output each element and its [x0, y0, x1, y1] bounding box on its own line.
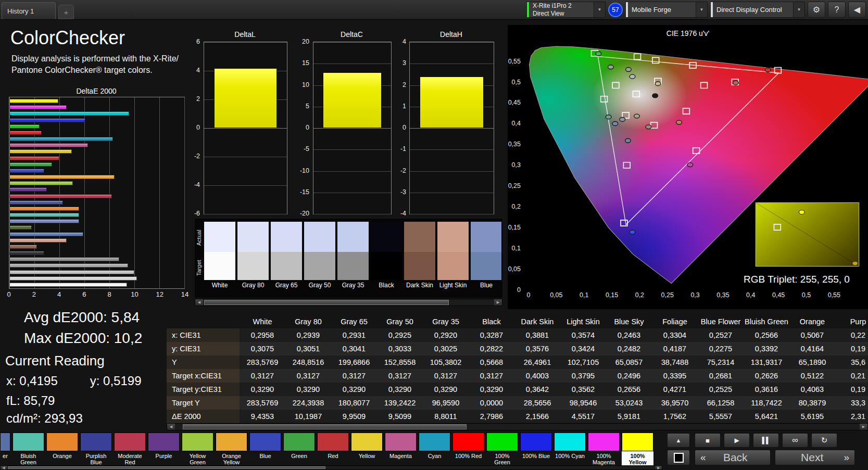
patch-swatch: [554, 433, 586, 451]
deltae-bar-row: [9, 105, 184, 109]
deltae-xtick-label: 10: [131, 290, 138, 298]
delta-gridline: [204, 128, 287, 129]
cie-y-axis: 00,050,10,150,20,250,30,350,40,450,50,55: [489, 0, 524, 312]
display-control-dropdown[interactable]: Direct Display Control ▼: [710, 2, 805, 18]
swatch-actual: [371, 222, 402, 252]
settings-button[interactable]: ⚙: [808, 2, 825, 18]
patch-magenta[interactable]: Magenta: [385, 433, 417, 466]
swatch-gray-80[interactable]: Gray 80: [237, 222, 269, 289]
actual-row-label: Actual: [196, 223, 203, 253]
table-row-label: Target y:CIE31: [167, 383, 240, 396]
play-button[interactable]: ▶: [724, 433, 750, 448]
patch-label: Red: [317, 453, 349, 465]
table-row-label: Y: [167, 355, 240, 369]
chevron-down-icon[interactable]: ▼: [696, 2, 707, 17]
scroll-right-button[interactable]: ▶: [860, 424, 867, 430]
patch-bar-scrollbar[interactable]: ◀ ▶: [0, 465, 662, 470]
delta-gridline: [313, 128, 391, 129]
back-button[interactable]: « Back: [695, 450, 771, 465]
patch-100-blue[interactable]: 100% Blue: [520, 433, 552, 466]
refresh-button[interactable]: ↻: [811, 433, 837, 448]
scroll-left-button[interactable]: ◀: [1, 466, 7, 469]
display-control-label: Direct Display Control: [713, 6, 786, 14]
scroll-up-button[interactable]: ▲: [667, 433, 690, 448]
meter-dropdown[interactable]: X-Rite i1Pro 2 Direct View ▼: [526, 2, 606, 18]
help-icon: ?: [835, 5, 839, 15]
loop-button[interactable]: ∞: [782, 433, 808, 448]
patch-swatch: [80, 433, 112, 451]
table-cell: 180,8077: [331, 396, 377, 410]
swatch-strip-scrollbar[interactable]: ◀ ▶: [195, 299, 502, 306]
swatch-target: [371, 252, 402, 280]
swatch-light-skin[interactable]: Light Skin: [437, 222, 469, 289]
stop-button[interactable]: ■: [695, 433, 721, 448]
swatch-gray-35[interactable]: Gray 35: [337, 222, 369, 289]
scroll-left-button[interactable]: ◀: [167, 424, 175, 430]
patch-bluish-green[interactable]: Bluish Green: [12, 433, 44, 466]
patch-window-button[interactable]: [667, 450, 690, 465]
measured-point: [765, 68, 771, 72]
patch-100-magenta[interactable]: 100% Magenta: [588, 433, 620, 466]
deltae-bar-row: [9, 99, 184, 103]
pause-icon: ▌▌: [762, 437, 770, 444]
swatch-gray-65[interactable]: Gray 65: [271, 222, 302, 289]
scrollbar-track[interactable]: [175, 424, 860, 430]
scrollbar-thumb[interactable]: [183, 424, 467, 429]
patch-100-cyan[interactable]: 100% Cyan: [554, 433, 586, 466]
deltae-bar-orange-yellow: [9, 175, 115, 179]
table-cell: 26,4961: [514, 355, 560, 369]
page-description-line1: Display analysis is performed with the X…: [11, 53, 179, 65]
swatch-black[interactable]: Black: [371, 222, 402, 289]
scroll-left-button[interactable]: ◀: [195, 299, 203, 306]
patch-yellow[interactable]: Yellow: [351, 433, 383, 466]
swatch-label: Gray 35: [337, 282, 369, 289]
delta-ytick-label: 3: [387, 59, 406, 67]
table-header-cell: Gray 35: [423, 315, 469, 328]
table-cell: 9,4353: [240, 410, 285, 423]
workflow-dropdown[interactable]: Mobile Forge ▼: [625, 2, 708, 18]
tab-history-1[interactable]: History 1: [2, 2, 56, 19]
patch-100-green[interactable]: 100% Green: [486, 433, 518, 466]
patch-red[interactable]: Red: [317, 433, 349, 466]
table-cell: 0,2822: [469, 342, 514, 355]
delta-ytick-label: 2: [181, 95, 200, 103]
table-cell: 0,2496: [606, 369, 652, 383]
swatch-white[interactable]: White: [204, 222, 235, 289]
patch-orange-yellow[interactable]: Orange Yellow: [216, 433, 247, 466]
patch-100-red[interactable]: 100% Red: [452, 433, 484, 466]
patch-er[interactable]: er: [0, 433, 10, 466]
patch-orange[interactable]: Orange: [46, 433, 78, 466]
swatch-gray-50[interactable]: Gray 50: [304, 222, 335, 289]
patch-100-yellow[interactable]: 100% Yellow: [622, 433, 653, 466]
scroll-right-button[interactable]: ▶: [656, 466, 662, 469]
deltae-bar-light-skin: [9, 238, 67, 243]
chevron-down-icon[interactable]: ▼: [594, 2, 605, 17]
patch-moderate-red[interactable]: Moderate Red: [114, 433, 146, 466]
patch-purplish-blue[interactable]: Purplish Blue: [80, 433, 112, 466]
patch-green[interactable]: Green: [283, 433, 315, 466]
patch-yellow-green[interactable]: Yellow Green: [182, 433, 213, 466]
patch-blue[interactable]: Blue: [249, 433, 281, 466]
table-scrollbar[interactable]: ◀ ▶: [167, 423, 868, 430]
chevron-down-icon[interactable]: ▼: [793, 2, 804, 17]
collapse-button[interactable]: ◀: [848, 2, 866, 18]
scrollbar-thumb[interactable]: [204, 300, 449, 305]
table-cell: 5,6421: [744, 410, 789, 423]
scrollbar-track[interactable]: [7, 466, 656, 469]
meter-count-badge[interactable]: 57: [608, 3, 623, 17]
scrollbar-thumb[interactable]: [8, 466, 325, 469]
scrollbar-track[interactable]: [203, 299, 494, 306]
patch-purple[interactable]: Purple: [148, 433, 180, 466]
add-tab-button[interactable]: +: [58, 5, 74, 19]
help-button[interactable]: ?: [828, 2, 846, 18]
table-cell: 0,4003: [514, 369, 560, 383]
pause-button[interactable]: ▌▌: [753, 433, 779, 448]
table-cell: 0,3127: [240, 369, 285, 383]
next-button[interactable]: Next »: [775, 450, 855, 465]
swatch-dark-skin[interactable]: Dark Skin: [404, 222, 435, 289]
table-cell: 0,3075: [240, 342, 285, 355]
patch-cyan[interactable]: Cyan: [419, 433, 450, 466]
table-cell: 0,2681: [698, 369, 744, 383]
delta-ytick-label: 20: [291, 38, 309, 45]
table-cell: 9,9509: [331, 410, 377, 423]
